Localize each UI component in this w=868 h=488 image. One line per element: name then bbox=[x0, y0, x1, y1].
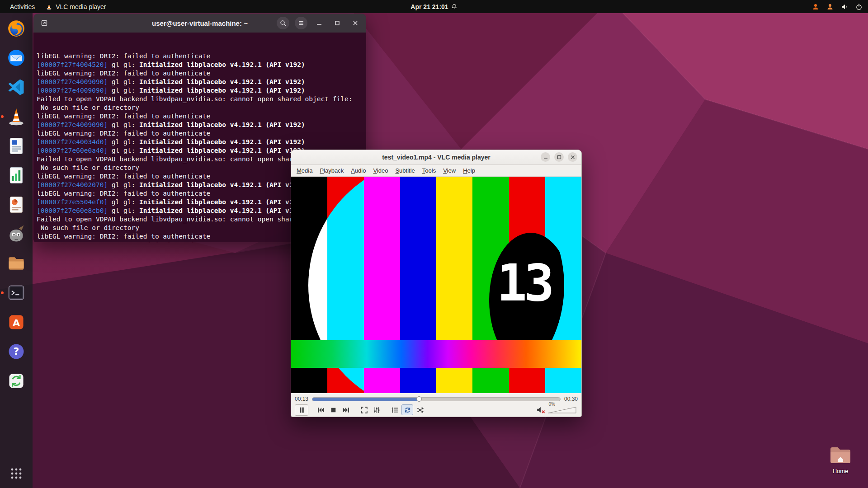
close-icon bbox=[571, 155, 575, 160]
home-folder-label: Home bbox=[823, 468, 858, 474]
desktop-home-folder[interactable]: Home bbox=[823, 445, 858, 474]
dock-item-libreoffice-impress[interactable] bbox=[5, 193, 28, 216]
vlc-maximize-button[interactable] bbox=[554, 152, 564, 162]
transport-controls bbox=[295, 404, 426, 416]
focused-app-name: VLC media player bbox=[56, 3, 106, 10]
files-icon bbox=[6, 253, 26, 273]
top-bar: Activities VLC media player Apr 21 21:01 bbox=[0, 0, 868, 13]
terminal-title: user@user-virtual-machine: ~ bbox=[152, 19, 248, 27]
firefox-icon bbox=[6, 19, 26, 38]
stop-icon bbox=[330, 406, 337, 414]
menu-media[interactable]: Media bbox=[293, 166, 316, 175]
vlc-window-title: test_video1.mp4 - VLC media player bbox=[382, 154, 491, 161]
minimize-icon bbox=[543, 155, 548, 160]
dock-item-terminal[interactable] bbox=[5, 281, 28, 305]
vlc-controls: 0% bbox=[291, 405, 581, 417]
dock-item-libreoffice-calc[interactable] bbox=[5, 164, 28, 187]
terminal-line: libEGL warning: DRI2: failed to authenti… bbox=[37, 52, 363, 61]
menu-help[interactable]: Help bbox=[459, 166, 479, 175]
random-button[interactable] bbox=[414, 404, 426, 415]
vlc-close-button[interactable] bbox=[568, 152, 577, 162]
terminal-maximize-button[interactable] bbox=[331, 17, 344, 29]
activities-button[interactable]: Activities bbox=[5, 3, 39, 10]
terminal-new-tab-button[interactable] bbox=[38, 17, 51, 29]
seek-slider[interactable] bbox=[312, 397, 561, 401]
countdown-number: 13 bbox=[481, 253, 567, 314]
terminal-icon bbox=[6, 283, 26, 303]
seek-row: 00:13 00:30 bbox=[291, 393, 581, 405]
dock-item-firefox[interactable] bbox=[5, 17, 28, 40]
terminal-minimize-button[interactable] bbox=[313, 17, 326, 29]
loop-icon bbox=[404, 406, 411, 414]
libreoffice-calc-icon bbox=[6, 165, 26, 185]
libreoffice-writer-icon bbox=[6, 136, 26, 156]
dock-item-help[interactable]: ? bbox=[5, 340, 28, 363]
focused-app-indicator[interactable]: VLC media player bbox=[46, 3, 106, 10]
terminal-close-button[interactable] bbox=[349, 17, 362, 29]
vlc-app-icon bbox=[46, 3, 52, 10]
maximize-icon bbox=[557, 155, 561, 160]
vlc-titlebar[interactable]: test_video1.mp4 - VLC media player bbox=[291, 150, 581, 165]
volume-slider[interactable] bbox=[548, 406, 577, 413]
playlist-button[interactable] bbox=[389, 404, 401, 415]
ubuntu-software-icon: A bbox=[6, 312, 26, 332]
mute-icon[interactable] bbox=[536, 406, 546, 414]
stop-button[interactable] bbox=[327, 404, 339, 415]
menu-subtitle[interactable]: Subtitle bbox=[392, 166, 418, 175]
vlc-window: test_video1.mp4 - VLC media player Media… bbox=[291, 150, 582, 417]
menu-tools[interactable]: Tools bbox=[419, 166, 439, 175]
gimp-icon bbox=[6, 224, 26, 244]
playlist-icon bbox=[391, 406, 399, 414]
menu-view[interactable]: View bbox=[439, 166, 459, 175]
dock-item-vscode[interactable] bbox=[5, 75, 28, 99]
volume-status-icon bbox=[841, 3, 848, 10]
extended-settings-button[interactable] bbox=[371, 404, 382, 415]
running-indicator bbox=[1, 115, 4, 118]
terminal-line: libEGL warning: DRI2: failed to authenti… bbox=[37, 69, 363, 78]
help-icon: ? bbox=[6, 342, 26, 361]
random-icon bbox=[416, 406, 424, 414]
fullscreen-button[interactable] bbox=[358, 404, 370, 415]
dock-item-files[interactable] bbox=[5, 252, 28, 275]
seek-progress bbox=[312, 398, 420, 401]
dock-item-libreoffice-writer[interactable] bbox=[5, 134, 28, 158]
time-elapsed: 00:13 bbox=[295, 396, 308, 402]
fullscreen-icon bbox=[360, 406, 368, 414]
video-area[interactable]: 13 bbox=[291, 177, 581, 393]
dock-item-software-updater[interactable] bbox=[5, 369, 28, 393]
running-indicator bbox=[1, 291, 4, 294]
show-applications-button[interactable] bbox=[5, 462, 28, 485]
clock-label: Apr 21 21:01 bbox=[410, 3, 448, 10]
terminal-header[interactable]: user@user-virtual-machine: ~ bbox=[33, 14, 366, 33]
dock-item-thunderbird[interactable] bbox=[5, 46, 28, 70]
next-button[interactable] bbox=[340, 404, 352, 415]
show-apps-grid-icon bbox=[8, 465, 24, 482]
dock-item-vlc[interactable] bbox=[5, 105, 28, 128]
dock-item-gimp[interactable] bbox=[5, 222, 28, 246]
hamburger-menu-icon bbox=[297, 19, 305, 27]
system-tray[interactable] bbox=[812, 3, 863, 10]
loop-button[interactable] bbox=[401, 404, 413, 415]
svg-text:?: ? bbox=[14, 346, 19, 357]
testcard-gradient-band bbox=[291, 340, 581, 368]
terminal-line: [00007f27e40034d0] gl gl: Initialized li… bbox=[37, 138, 363, 146]
previous-button[interactable] bbox=[315, 404, 326, 415]
menu-video[interactable]: Video bbox=[369, 166, 392, 175]
vscode-icon bbox=[6, 77, 26, 97]
pause-button[interactable] bbox=[295, 404, 308, 416]
volume-controls: 0% bbox=[536, 406, 578, 414]
menu-audio[interactable]: Audio bbox=[347, 166, 369, 175]
terminal-menu-button[interactable] bbox=[295, 17, 307, 29]
menu-playback[interactable]: Playback bbox=[316, 166, 347, 175]
terminal-line: libEGL warning: DRI2: failed to authenti… bbox=[37, 129, 363, 138]
time-total: 00:30 bbox=[564, 396, 578, 402]
close-icon bbox=[352, 19, 359, 27]
vlc-minimize-button[interactable] bbox=[541, 152, 550, 162]
dock-item-ubuntu-software[interactable]: A bbox=[5, 310, 28, 334]
pause-icon bbox=[298, 406, 306, 414]
next-icon bbox=[342, 406, 350, 414]
terminal-search-button[interactable] bbox=[277, 17, 289, 29]
clock-menu[interactable]: Apr 21 21:01 bbox=[410, 3, 457, 10]
dock: A? bbox=[0, 13, 33, 488]
volume-percent: 0% bbox=[549, 402, 555, 407]
